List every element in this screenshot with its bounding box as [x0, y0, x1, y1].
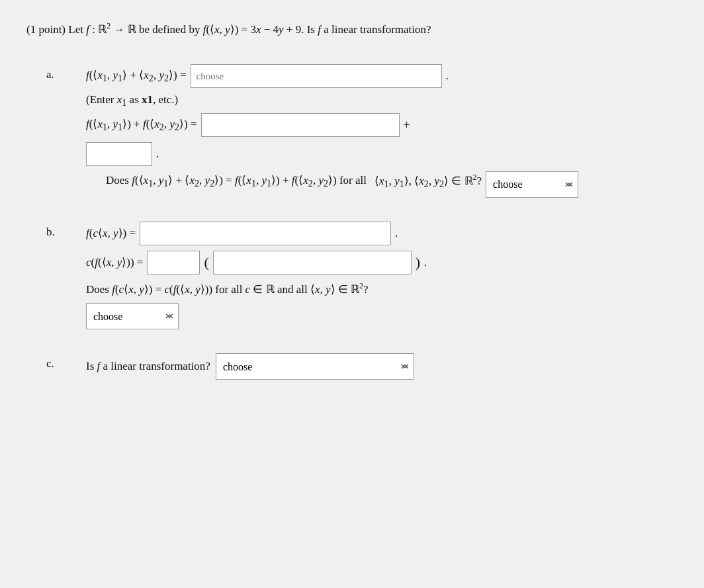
- part-b-paren-close: ): [416, 255, 420, 270]
- part-b-line1-prefix: f(c⟨x, y⟩) =: [86, 226, 136, 240]
- part-a-label: a.: [46, 64, 60, 81]
- part-b-label: b.: [46, 222, 60, 239]
- part-b-line1-period: .: [395, 227, 398, 240]
- part-b-select-row: choose yes no: [86, 303, 427, 329]
- part-b-select-wrapper: choose yes no: [86, 303, 179, 329]
- part-c-choose-select[interactable]: choose yes no: [216, 353, 414, 380]
- part-a-select-wrapper: choose yes no: [486, 171, 578, 198]
- part-a-input3[interactable]: [86, 142, 152, 166]
- part-b-content: f(c⟨x, y⟩) = . c(f(⟨x, y⟩)) = ( ) .: [86, 222, 427, 330]
- part-a-note: (Enter x1 as x1, etc.): [86, 93, 578, 108]
- part-b-choose-select[interactable]: choose yes no: [86, 303, 179, 329]
- part-a-line2-prefix: f(⟨x1, y1⟩) + f(⟨x2, y2⟩) =: [86, 113, 197, 137]
- part-b-line2-period: .: [424, 256, 427, 269]
- part-a-line1-period: .: [446, 65, 449, 87]
- part-b-does-row: Does f(c⟨x, y⟩) = c(f(⟨x, y⟩)) for all c…: [86, 280, 427, 298]
- part-a-does-text1: Does f(⟨x1, y1⟩ + ⟨x2, y2⟩) = f(⟨x1, y1⟩…: [106, 171, 367, 191]
- part-c-label: c.: [46, 353, 60, 370]
- header-text: (1 point) Let f : ℝ2 → ℝ be defined by f…: [26, 23, 431, 36]
- part-a-input2[interactable]: [201, 113, 400, 137]
- part-b-input1[interactable]: [140, 222, 391, 245]
- part-a-content: f(⟨x1, y1⟩ + ⟨x2, y2⟩) = . (Enter x1 as …: [86, 64, 578, 197]
- part-c-question: Is f a linear transformation?: [86, 360, 210, 373]
- part-c: c. Is f a linear transformation? choose …: [40, 353, 664, 380]
- part-a-line3: .: [86, 142, 578, 166]
- part-a-does-row: Does f(⟨x1, y1⟩ + ⟨x2, y2⟩) = f(⟨x1, y1⟩…: [106, 171, 578, 198]
- part-a-input1[interactable]: [191, 64, 442, 88]
- part-a: a. f(⟨x1, y1⟩ + ⟨x2, y2⟩) = . (Enter x1 …: [40, 64, 664, 197]
- part-b: b. f(c⟨x, y⟩) = . c(f(⟨x, y⟩)) = (: [40, 222, 664, 330]
- question-header: (1 point) Let f : ℝ2 → ℝ be defined by f…: [26, 20, 678, 38]
- part-a-plus: +: [404, 113, 410, 137]
- part-b-line1: f(c⟨x, y⟩) = .: [86, 222, 427, 245]
- part-b-input2b[interactable]: [213, 251, 412, 274]
- part-b-does-text: Does f(c⟨x, y⟩) = c(f(⟨x, y⟩)) for all c…: [86, 280, 369, 298]
- part-a-does-text2: ⟨x1, y1⟩, ⟨x2, y2⟩ ∈ ℝ2?: [374, 171, 482, 192]
- part-a-line1: f(⟨x1, y1⟩ + ⟨x2, y2⟩) = .: [86, 64, 578, 88]
- part-a-line3-period: .: [156, 143, 159, 165]
- part-a-choose-select[interactable]: choose yes no: [486, 171, 578, 198]
- part-b-paren-open: (: [204, 255, 208, 270]
- part-b-line2-prefix: c(f(⟨x, y⟩)) =: [86, 255, 143, 269]
- parts-container: a. f(⟨x1, y1⟩ + ⟨x2, y2⟩) = . (Enter x1 …: [26, 58, 678, 417]
- part-a-line1-prefix: f(⟨x1, y1⟩ + ⟨x2, y2⟩) =: [86, 64, 187, 88]
- part-c-select-wrapper: choose yes no: [216, 353, 414, 380]
- part-a-line2: f(⟨x1, y1⟩) + f(⟨x2, y2⟩) = +: [86, 113, 578, 137]
- part-c-content: Is f a linear transformation? choose yes…: [86, 353, 414, 380]
- part-b-line2: c(f(⟨x, y⟩)) = ( ) .: [86, 251, 427, 274]
- part-b-input2a[interactable]: [147, 251, 200, 274]
